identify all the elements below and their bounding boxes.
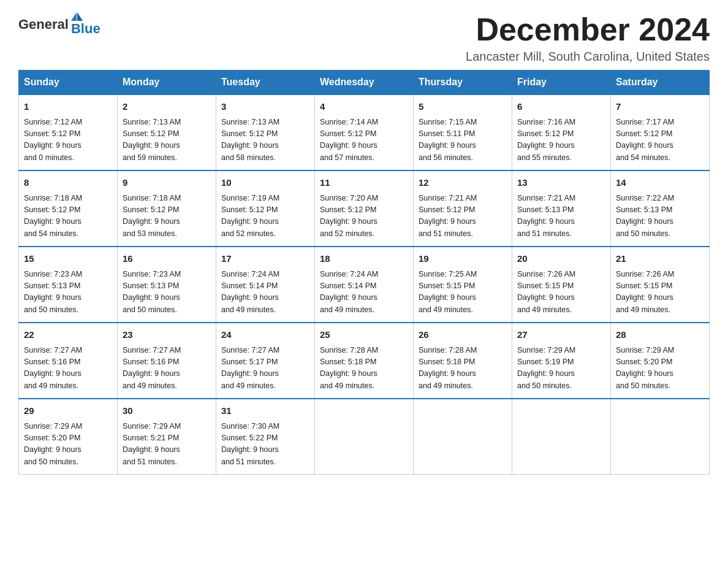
calendar-cell: 3Sunrise: 7:13 AMSunset: 5:12 PMDaylight… (216, 94, 315, 170)
col-header-monday: Monday (118, 71, 216, 95)
day-info: Sunrise: 7:30 AMSunset: 5:22 PMDaylight:… (221, 421, 309, 469)
calendar-cell: 10Sunrise: 7:19 AMSunset: 5:12 PMDayligh… (216, 170, 315, 247)
calendar-cell: 27Sunrise: 7:29 AMSunset: 5:19 PMDayligh… (512, 323, 611, 399)
day-number: 7 (616, 100, 704, 114)
day-info: Sunrise: 7:13 AMSunset: 5:12 PMDaylight:… (221, 117, 309, 164)
day-number: 13 (517, 176, 605, 190)
col-header-wednesday: Wednesday (315, 71, 414, 95)
day-info: Sunrise: 7:17 AMSunset: 5:12 PMDaylight:… (616, 117, 704, 164)
calendar-cell: 6Sunrise: 7:16 AMSunset: 5:12 PMDaylight… (512, 94, 611, 170)
day-number: 31 (221, 404, 309, 418)
day-info: Sunrise: 7:28 AMSunset: 5:18 PMDaylight:… (320, 345, 408, 393)
calendar-cell: 30Sunrise: 7:29 AMSunset: 5:21 PMDayligh… (118, 399, 216, 475)
day-info: Sunrise: 7:29 AMSunset: 5:20 PMDaylight:… (24, 421, 112, 469)
calendar-cell: 11Sunrise: 7:20 AMSunset: 5:12 PMDayligh… (315, 170, 414, 247)
calendar-cell: 22Sunrise: 7:27 AMSunset: 5:16 PMDayligh… (19, 323, 118, 399)
day-number: 21 (616, 252, 704, 266)
title-area: December 2024 Lancaster Mill, South Caro… (466, 12, 710, 64)
calendar-cell (315, 399, 414, 475)
day-number: 18 (320, 252, 408, 266)
day-number: 20 (517, 252, 605, 266)
calendar-week-row: 1Sunrise: 7:12 AMSunset: 5:12 PMDaylight… (19, 94, 710, 170)
calendar-cell: 13Sunrise: 7:21 AMSunset: 5:13 PMDayligh… (512, 170, 611, 247)
day-info: Sunrise: 7:23 AMSunset: 5:13 PMDaylight:… (123, 269, 211, 316)
day-info: Sunrise: 7:22 AMSunset: 5:13 PMDaylight:… (616, 193, 704, 240)
logo-wordmark: General Blue (18, 12, 100, 37)
day-number: 24 (221, 328, 309, 342)
calendar-cell: 21Sunrise: 7:26 AMSunset: 5:15 PMDayligh… (611, 247, 710, 323)
day-number: 3 (221, 100, 309, 114)
day-number: 11 (320, 176, 408, 190)
day-info: Sunrise: 7:27 AMSunset: 5:17 PMDaylight:… (221, 345, 309, 393)
day-info: Sunrise: 7:21 AMSunset: 5:12 PMDaylight:… (419, 193, 507, 240)
calendar-cell: 12Sunrise: 7:21 AMSunset: 5:12 PMDayligh… (414, 170, 512, 247)
day-info: Sunrise: 7:21 AMSunset: 5:13 PMDaylight:… (517, 193, 605, 240)
calendar-cell: 19Sunrise: 7:25 AMSunset: 5:15 PMDayligh… (414, 247, 512, 323)
day-info: Sunrise: 7:13 AMSunset: 5:12 PMDaylight:… (123, 117, 211, 164)
calendar-week-row: 22Sunrise: 7:27 AMSunset: 5:16 PMDayligh… (19, 323, 710, 399)
calendar-cell: 26Sunrise: 7:28 AMSunset: 5:18 PMDayligh… (414, 323, 512, 399)
calendar-cell: 15Sunrise: 7:23 AMSunset: 5:13 PMDayligh… (19, 247, 118, 323)
day-number: 22 (24, 328, 112, 342)
day-info: Sunrise: 7:18 AMSunset: 5:12 PMDaylight:… (123, 193, 211, 240)
calendar-cell: 9Sunrise: 7:18 AMSunset: 5:12 PMDaylight… (118, 170, 216, 247)
day-number: 16 (123, 252, 211, 266)
calendar-cell (414, 399, 512, 475)
calendar-cell: 20Sunrise: 7:26 AMSunset: 5:15 PMDayligh… (512, 247, 611, 323)
calendar-cell: 5Sunrise: 7:15 AMSunset: 5:11 PMDaylight… (414, 94, 512, 170)
day-info: Sunrise: 7:19 AMSunset: 5:12 PMDaylight:… (221, 193, 309, 240)
calendar-cell: 25Sunrise: 7:28 AMSunset: 5:18 PMDayligh… (315, 323, 414, 399)
calendar-cell: 16Sunrise: 7:23 AMSunset: 5:13 PMDayligh… (118, 247, 216, 323)
calendar-cell: 28Sunrise: 7:29 AMSunset: 5:20 PMDayligh… (611, 323, 710, 399)
day-info: Sunrise: 7:27 AMSunset: 5:16 PMDaylight:… (123, 345, 211, 393)
day-info: Sunrise: 7:16 AMSunset: 5:12 PMDaylight:… (517, 117, 605, 164)
calendar-cell: 24Sunrise: 7:27 AMSunset: 5:17 PMDayligh… (216, 323, 315, 399)
day-info: Sunrise: 7:14 AMSunset: 5:12 PMDaylight:… (320, 117, 408, 164)
calendar-week-row: 15Sunrise: 7:23 AMSunset: 5:13 PMDayligh… (19, 247, 710, 323)
col-header-friday: Friday (512, 71, 611, 95)
col-header-tuesday: Tuesday (216, 71, 315, 95)
col-header-thursday: Thursday (414, 71, 512, 95)
day-number: 23 (123, 328, 211, 342)
calendar-cell: 7Sunrise: 7:17 AMSunset: 5:12 PMDaylight… (611, 94, 710, 170)
calendar-cell: 4Sunrise: 7:14 AMSunset: 5:12 PMDaylight… (315, 94, 414, 170)
day-number: 12 (419, 176, 507, 190)
col-header-sunday: Sunday (19, 71, 118, 95)
location-title: Lancaster Mill, South Carolina, United S… (466, 50, 710, 64)
day-info: Sunrise: 7:25 AMSunset: 5:15 PMDaylight:… (419, 269, 507, 316)
day-number: 14 (616, 176, 704, 190)
day-number: 9 (123, 176, 211, 190)
day-info: Sunrise: 7:27 AMSunset: 5:16 PMDaylight:… (24, 345, 112, 393)
calendar-table: SundayMondayTuesdayWednesdayThursdayFrid… (18, 70, 710, 475)
day-info: Sunrise: 7:18 AMSunset: 5:12 PMDaylight:… (24, 193, 112, 240)
calendar-cell: 18Sunrise: 7:24 AMSunset: 5:14 PMDayligh… (315, 247, 414, 323)
day-number: 10 (221, 176, 309, 190)
day-number: 6 (517, 100, 605, 114)
calendar-cell (512, 399, 611, 475)
day-number: 15 (24, 252, 112, 266)
calendar-week-row: 29Sunrise: 7:29 AMSunset: 5:20 PMDayligh… (19, 399, 710, 475)
day-info: Sunrise: 7:29 AMSunset: 5:19 PMDaylight:… (517, 345, 605, 393)
day-number: 25 (320, 328, 408, 342)
calendar-cell: 29Sunrise: 7:29 AMSunset: 5:20 PMDayligh… (19, 399, 118, 475)
logo-general: General (18, 17, 69, 33)
day-info: Sunrise: 7:29 AMSunset: 5:20 PMDaylight:… (616, 345, 704, 393)
month-title: December 2024 (466, 12, 710, 47)
day-number: 17 (221, 252, 309, 266)
day-info: Sunrise: 7:24 AMSunset: 5:14 PMDaylight:… (320, 269, 408, 316)
day-number: 5 (419, 100, 507, 114)
calendar-header-row: SundayMondayTuesdayWednesdayThursdayFrid… (19, 71, 710, 95)
day-number: 28 (616, 328, 704, 342)
calendar-week-row: 8Sunrise: 7:18 AMSunset: 5:12 PMDaylight… (19, 170, 710, 247)
calendar-cell (611, 399, 710, 475)
logo: General Blue (18, 12, 100, 37)
day-info: Sunrise: 7:26 AMSunset: 5:15 PMDaylight:… (616, 269, 704, 316)
day-info: Sunrise: 7:12 AMSunset: 5:12 PMDaylight:… (24, 117, 112, 164)
day-info: Sunrise: 7:15 AMSunset: 5:11 PMDaylight:… (419, 117, 507, 164)
calendar-cell: 17Sunrise: 7:24 AMSunset: 5:14 PMDayligh… (216, 247, 315, 323)
day-info: Sunrise: 7:28 AMSunset: 5:18 PMDaylight:… (419, 345, 507, 393)
logo-blue: Blue (71, 21, 100, 37)
day-number: 30 (123, 404, 211, 418)
day-number: 26 (419, 328, 507, 342)
day-number: 29 (24, 404, 112, 418)
